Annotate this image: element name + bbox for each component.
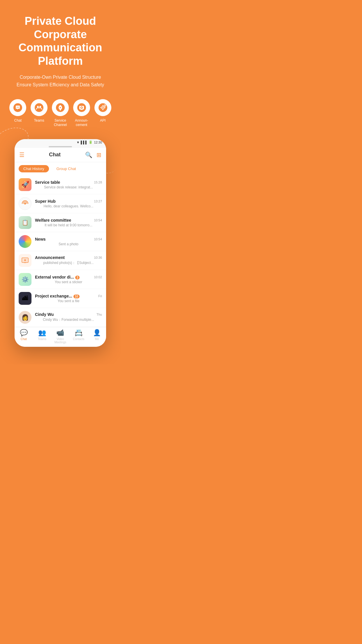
svg-point-19	[24, 203, 26, 204]
chat-top: External vendor di...3 10:02	[35, 275, 102, 279]
tabs-row: Chat History Group Chat	[15, 162, 106, 175]
chat-preview: published photo(s)：【Subject...	[35, 260, 102, 265]
phone-notch	[15, 146, 106, 148]
list-item[interactable]: News 10:54 Sent a photo	[15, 232, 106, 251]
compose-icon[interactable]: ⊞	[96, 151, 101, 158]
chat-nav-icon: 💬	[20, 329, 28, 337]
chat-content: Service table 15:28 Service desk release…	[35, 180, 102, 189]
nav-item-video-meetings[interactable]: 📹 Video Meetings	[51, 329, 70, 344]
contacts-nav-icon: 📇	[75, 329, 82, 337]
list-item[interactable]: Announcement 10:36 published photo(s)：【S…	[15, 251, 106, 270]
avatar	[19, 235, 31, 248]
avatar	[19, 254, 31, 267]
chat-time: 10:02	[94, 275, 102, 279]
svg-point-1	[17, 107, 17, 107]
status-bar: ▼ ▌▌▌ 🔋 12:30	[15, 139, 106, 146]
chat-content: External vendor di...3 10:02 You sent a …	[35, 275, 102, 284]
chat-top: Cindy Wu Thu	[35, 312, 102, 317]
app-title: Chat	[49, 152, 61, 158]
list-item[interactable]: 📋 Welfare committee 10:54 It will be hel…	[15, 213, 106, 232]
chat-nav-label: Chat	[21, 337, 27, 341]
chat-name: External vendor di...3	[35, 275, 80, 279]
svg-rect-24	[24, 262, 26, 263]
svg-rect-14	[80, 109, 83, 110]
announcement-feature-label: Announ-cement	[75, 118, 88, 127]
chat-feature-label: Chat	[14, 118, 22, 123]
hero-section: Private Cloud Corporate Communication Pl…	[0, 0, 121, 364]
search-icon[interactable]: 🔍	[85, 151, 92, 158]
bottom-nav: 💬 Chat 👥 Teams 📹 Video Meetings 📇 Contac…	[15, 327, 106, 347]
feature-service-channel[interactable]: ServiceChannel	[51, 99, 70, 127]
time-display: 12:30	[94, 141, 102, 144]
chat-icon	[9, 99, 26, 116]
hero-title: Private Cloud Corporate Communication Pl…	[9, 15, 112, 68]
nav-item-contacts[interactable]: 📇 Contacts	[69, 329, 88, 344]
phone-frame: ▼ ▌▌▌ 🔋 12:30 ☰ Chat 🔍 ⊞ Chat	[15, 139, 106, 347]
chat-preview: Service desk release: integrat...	[35, 185, 102, 189]
notch-bar	[49, 146, 72, 147]
chat-name: Welfare committee	[35, 218, 71, 223]
list-item[interactable]: ⚙️ External vendor di...3 10:02 You sent…	[15, 270, 106, 289]
list-item[interactable]: 👩 Cindy Wu Thu Cindy Wu：Forwarded multip…	[15, 308, 106, 327]
feature-chat[interactable]: Chat	[9, 99, 27, 127]
feature-announcement[interactable]: Announ-cement	[72, 99, 91, 127]
chat-time: 10:54	[94, 218, 102, 222]
phone-mockup: ▼ ▌▌▌ 🔋 12:30 ☰ Chat 🔍 ⊞ Chat	[9, 139, 112, 356]
feature-teams[interactable]: Teams	[30, 99, 48, 127]
chat-name: Cindy Wu	[35, 312, 54, 317]
chat-name: Project exchange...10	[35, 294, 80, 298]
avatar: 🏙	[19, 292, 31, 305]
service-channel-icon	[52, 99, 69, 116]
chat-top: Service table 15:28	[35, 180, 102, 185]
chat-preview: Hello, dear colleagues. Wellco...	[35, 204, 102, 208]
feature-api[interactable]: API	[94, 99, 112, 127]
video-meetings-nav-label: Video Meetings	[51, 337, 70, 344]
contacts-nav-label: Contacts	[73, 337, 84, 341]
avatar: 🚀	[19, 178, 31, 191]
avatar: 📋	[19, 216, 31, 229]
avatar: 👩	[19, 311, 31, 324]
battery-icon: 🔋	[89, 140, 93, 144]
chat-name: News	[35, 237, 46, 242]
chat-content: News 10:54 Sent a photo	[35, 237, 102, 246]
chat-content: Cindy Wu Thu Cindy Wu：Forwarded multiple…	[35, 312, 102, 322]
chat-time: 10:36	[94, 256, 102, 259]
chat-preview: Sent a photo	[35, 242, 102, 246]
svg-point-18	[104, 105, 106, 106]
hamburger-menu-icon[interactable]: ☰	[19, 151, 24, 158]
api-icon	[94, 99, 111, 116]
unread-badge: 10	[73, 295, 80, 298]
chat-time: Fri	[98, 294, 102, 298]
chat-name: Announcement	[35, 255, 65, 260]
list-item[interactable]: Super Hub 13:27 Hello, dear colleagues. …	[15, 194, 106, 213]
list-item[interactable]: 🚀 Service table 15:28 Service desk relea…	[15, 175, 106, 194]
tab-chat-history[interactable]: Chat History	[19, 165, 49, 172]
app-header: ☰ Chat 🔍 ⊞	[15, 148, 106, 162]
chat-top: Project exchange...10 Fri	[35, 294, 102, 298]
svg-rect-9	[60, 110, 61, 111]
chat-top: News 10:54	[35, 237, 102, 242]
unread-badge: 3	[75, 276, 80, 279]
nav-item-me[interactable]: 👤 Me	[88, 329, 106, 344]
nav-item-teams[interactable]: 👥 Teams	[33, 329, 51, 344]
me-nav-icon: 👤	[93, 329, 101, 337]
announcement-icon	[73, 99, 90, 116]
chat-name: Super Hub	[35, 199, 56, 204]
nav-item-chat[interactable]: 💬 Chat	[15, 329, 33, 344]
teams-icon	[31, 99, 48, 116]
chat-time: Thu	[96, 313, 102, 316]
header-actions: 🔍 ⊞	[85, 151, 101, 158]
chat-content: Announcement 10:36 published photo(s)：【S…	[35, 255, 102, 265]
svg-point-13	[81, 107, 82, 108]
hero-subtitle: Corporate-Own Private Cloud StructureEns…	[9, 74, 112, 88]
signal-icon: ▌▌▌	[81, 141, 87, 144]
svg-point-3	[18, 107, 19, 107]
list-item[interactable]: 🏙 Project exchange...10 Fri You sent a f…	[15, 289, 106, 308]
svg-point-8	[60, 107, 61, 108]
chat-list: 🚀 Service table 15:28 Service desk relea…	[15, 175, 106, 327]
wifi-icon: ▼	[76, 141, 80, 144]
chat-top: Welfare committee 10:54	[35, 218, 102, 223]
chat-preview: You sent a file	[35, 299, 102, 303]
tab-group-chat[interactable]: Group Chat	[52, 165, 81, 172]
teams-feature-label: Teams	[34, 118, 44, 123]
